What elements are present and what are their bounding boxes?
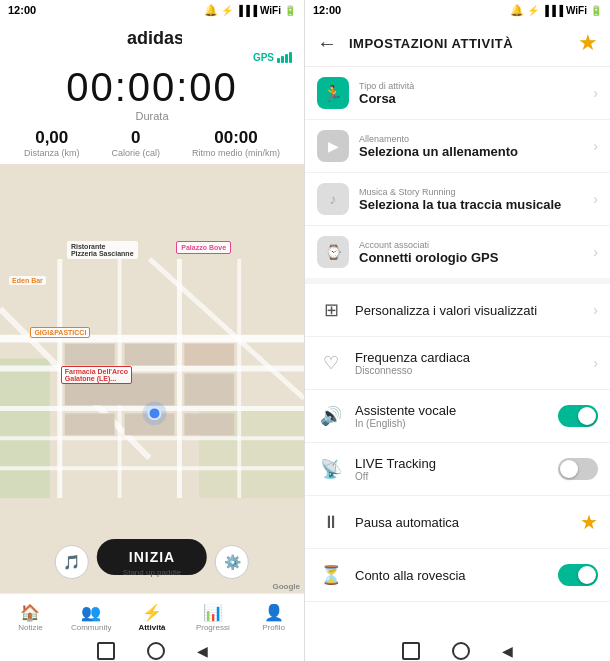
svg-rect-2: [0, 359, 50, 499]
voice-toggle[interactable]: [558, 405, 598, 427]
pace-label: Ritmo medio (min/km): [192, 148, 280, 158]
settings-item-allenamento[interactable]: ▶ Allenamento Seleziona un allenamento ›: [305, 120, 610, 173]
tipo-chevron: ›: [593, 85, 598, 101]
svg-rect-16: [125, 344, 175, 366]
settings-row-heart[interactable]: ♡ Frequenza cardiaca Disconnesso ›: [305, 337, 610, 390]
gps-bars: [277, 52, 292, 63]
signal-icon: ▐▐▐: [236, 5, 257, 16]
right-circle-btn[interactable]: [452, 642, 470, 660]
adidas-logo: adidas: [0, 20, 304, 52]
live-tracking-subtitle: Off: [355, 471, 558, 482]
start-button-area: 🎵 INIZIA Stand up paddle ⚙️: [55, 539, 249, 585]
settings-item-musica[interactable]: ♪ Musica & Story Running Seleziona la tu…: [305, 173, 610, 226]
live-tracking-text: LIVE Tracking Off: [355, 456, 558, 482]
music-button[interactable]: 🎵: [55, 545, 89, 579]
live-tracking-title: LIVE Tracking: [355, 456, 558, 471]
settings-row-pausa[interactable]: ⏸ Pausa automatica ★: [305, 496, 610, 549]
heart-icon: ♡: [317, 349, 345, 377]
profilo-icon: 👤: [264, 603, 284, 622]
svg-point-24: [143, 401, 167, 425]
conto-toggle-thumb: [578, 566, 596, 584]
settings-row-live[interactable]: 📡 LIVE Tracking Off: [305, 443, 610, 496]
nav-item-community[interactable]: 👥 Community: [61, 603, 122, 632]
settings-top-items: 🏃 Tipo di attività Corsa › ▶ Allenamento…: [305, 67, 610, 284]
conto-text: Conto alla rovescia: [355, 568, 558, 583]
poi-ristorante: RistorantePizzeria Sascianne: [67, 241, 138, 259]
conto-title: Conto alla rovescia: [355, 568, 558, 583]
star-favorite-icon[interactable]: ★: [578, 30, 598, 56]
community-label: Community: [71, 623, 111, 632]
conto-icon: ⏳: [317, 561, 345, 589]
right-wifi-icon: WiFi: [566, 5, 587, 16]
nav-item-notizie[interactable]: 🏠 Notizie: [0, 603, 61, 632]
nav-item-attivita[interactable]: ⚡ Attività: [122, 603, 183, 632]
account-text: Account associati Connetti orologio GPS: [359, 240, 593, 265]
settings-item-tipo[interactable]: 🏃 Tipo di attività Corsa ›: [305, 67, 610, 120]
allenamento-text: Allenamento Seleziona un allenamento: [359, 134, 593, 159]
allenamento-icon: ▶: [317, 130, 349, 162]
personalizza-title: Personalizza i valori visualizzati: [355, 303, 593, 318]
pace-stat: 00:00 Ritmo medio (min/km): [192, 128, 280, 158]
activity-settings-button[interactable]: ⚙️: [215, 545, 249, 579]
settings-row-conto[interactable]: ⏳ Conto alla rovescia: [305, 549, 610, 602]
conto-toggle[interactable]: [558, 564, 598, 586]
svg-rect-22: [184, 413, 234, 435]
distance-value: 0,00: [35, 128, 68, 148]
right-phone-bar: ◀: [305, 641, 610, 661]
left-square-btn[interactable]: [97, 642, 115, 660]
svg-rect-20: [65, 413, 115, 435]
heart-title: Frequenza cardiaca: [355, 350, 593, 365]
voice-title: Assistente vocale: [355, 403, 558, 418]
distance-label: Distanza (km): [24, 148, 80, 158]
poi-eden: Eden Bar: [9, 276, 46, 285]
right-bluetooth-icon: ⚡: [527, 5, 539, 16]
settings-item-account[interactable]: ⌚ Account associati Connetti orologio GP…: [305, 226, 610, 278]
right-panel: ← IMPOSTAZIONI ATTIVITÀ ★ 🏃 Tipo di atti…: [305, 20, 610, 661]
nav-item-progressi[interactable]: 📊 Progressi: [182, 603, 243, 632]
back-button[interactable]: ←: [317, 32, 337, 55]
community-icon: 👥: [81, 603, 101, 622]
heart-chevron: ›: [593, 355, 598, 371]
left-back-btn[interactable]: ◀: [197, 643, 208, 659]
live-tracking-icon: 📡: [317, 455, 345, 483]
heart-subtitle: Disconnesso: [355, 365, 593, 376]
live-toggle-thumb: [560, 460, 578, 478]
live-toggle[interactable]: [558, 458, 598, 480]
allenamento-chevron: ›: [593, 138, 598, 154]
voice-subtitle: In (English): [355, 418, 558, 429]
personalizza-text: Personalizza i valori visualizzati: [355, 303, 593, 318]
svg-rect-17: [184, 344, 234, 366]
wifi-icon: WiFi: [260, 5, 281, 16]
account-icon: ⌚: [317, 236, 349, 268]
tipo-title: Corsa: [359, 91, 593, 106]
account-subtitle: Account associati: [359, 240, 593, 250]
right-alarm-icon: 🔔: [510, 4, 524, 17]
right-signal-icon: ▐▐▐: [542, 5, 563, 16]
nav-item-profilo[interactable]: 👤 Profilo: [243, 603, 304, 632]
tipo-subtitle: Tipo di attività: [359, 81, 593, 91]
right-battery-icon: 🔋: [590, 5, 602, 16]
settings-row-voice[interactable]: 🔊 Assistente vocale In (English): [305, 390, 610, 443]
poi-farmacia: Farmacia Dell'ArcoGalatone (LE)...: [61, 366, 132, 384]
musica-subtitle: Musica & Story Running: [359, 187, 593, 197]
timer-display: 00:00:00: [0, 65, 304, 110]
timer-label: Durata: [0, 110, 304, 122]
svg-rect-15: [65, 344, 115, 366]
left-time: 12:00: [8, 4, 36, 16]
musica-icon: ♪: [317, 183, 349, 215]
right-back-btn[interactable]: ◀: [502, 643, 513, 659]
settings-header: ← IMPOSTAZIONI ATTIVITÀ ★: [305, 20, 610, 67]
musica-chevron: ›: [593, 191, 598, 207]
map-area[interactable]: RistorantePizzeria Sascianne Palazzo Bov…: [0, 164, 304, 593]
pausa-star-icon: ★: [580, 510, 598, 534]
allenamento-subtitle: Allenamento: [359, 134, 593, 144]
left-circle-btn[interactable]: [147, 642, 165, 660]
calories-stat: 0 Calorie (cal): [111, 128, 160, 158]
settings-title: IMPOSTAZIONI ATTIVITÀ: [349, 36, 566, 51]
voice-text: Assistente vocale In (English): [355, 403, 558, 429]
calories-label: Calorie (cal): [111, 148, 160, 158]
right-square-btn[interactable]: [402, 642, 420, 660]
poi-gigi: GIGI&PASTICCI: [30, 327, 90, 338]
pausa-title: Pausa automatica: [355, 515, 580, 530]
settings-row-personalizza[interactable]: ⊞ Personalizza i valori visualizzati ›: [305, 284, 610, 337]
